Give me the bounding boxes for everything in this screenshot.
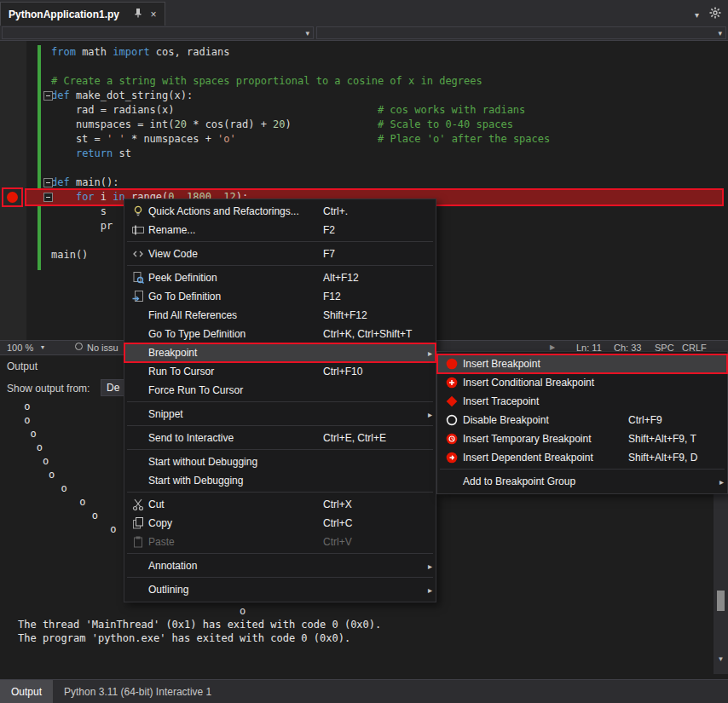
cut-icon (128, 498, 148, 511)
tab-python-interactive[interactable]: Python 3.11 (64-bit) Interactive 1 (53, 680, 222, 703)
menu-item-rename[interactable]: Rename...F2 (124, 221, 436, 239)
code-line[interactable] (26, 60, 722, 74)
pin-icon[interactable] (131, 8, 143, 20)
submenu-arrow-icon: ▸ (422, 562, 432, 571)
menu-item-insert-conditional-breakpoint[interactable]: Insert Conditional Breakpoint (437, 373, 727, 392)
chevron-down-icon[interactable]: ▾ (695, 10, 699, 20)
fold-toggle-icon[interactable] (43, 193, 53, 202)
menu-item-add-to-breakpoint-group[interactable]: Add to Breakpoint Group▸ (437, 472, 727, 491)
paste-icon (128, 535, 148, 549)
menu-item-snippet[interactable]: Snippet▸ (124, 405, 436, 424)
menu-shortcut: Shift+F12 (323, 309, 422, 321)
menu-item-label: Add to Breakpoint Group (463, 475, 628, 487)
scrollbar-thumb[interactable] (717, 591, 725, 611)
menu-item-start-without-debugging[interactable]: Start without Debugging (124, 452, 436, 471)
menu-item-find-all-references[interactable]: Find All ReferencesShift+F12 (124, 306, 436, 325)
menu-item-breakpoint[interactable]: Breakpoint▸ (124, 343, 436, 362)
menu-shortcut: F2 (323, 224, 422, 236)
menu-item-label: Peek Definition (148, 272, 323, 284)
rename-icon (128, 223, 148, 237)
code-line[interactable]: numspaces = int(20 * cos(rad) + 20) # Sc… (26, 118, 722, 132)
menu-item-cut[interactable]: CutCtrl+X (124, 495, 436, 514)
view-code-icon (128, 247, 148, 261)
code-line[interactable]: rad = radians(x) # cos works with radian… (26, 103, 722, 118)
code-line[interactable]: def make_dot_string(x): (26, 89, 722, 103)
menu-item-label: Breakpoint (148, 347, 323, 359)
tracepoint-icon (441, 395, 463, 408)
lightbulb-icon (128, 205, 148, 218)
menu-item-insert-dependent-breakpoint[interactable]: Insert Dependent BreakpointShift+Alt+F9,… (437, 448, 727, 467)
document-tab-bar: PythonApplication1.py × ▾ (0, 0, 728, 26)
code-text: from math import cos, radians (51, 45, 230, 60)
member-dropdown[interactable]: ▾ (316, 26, 726, 39)
menu-separator (127, 425, 433, 426)
menu-item-label: Go To Type Definition (148, 328, 323, 340)
code-line[interactable]: st = ' ' * numspaces + 'o' # Place 'o' a… (26, 132, 722, 147)
project-dropdown[interactable]: ▾ (2, 26, 314, 39)
code-text: main() (51, 248, 88, 262)
menu-item-go-to-definition[interactable]: Go To DefinitionF12 (124, 287, 436, 306)
close-icon[interactable]: × (147, 9, 159, 20)
goto-definition-icon (128, 290, 148, 303)
code-line[interactable]: from math import cos, radians (26, 45, 722, 60)
chevron-down-icon[interactable]: ▾ (41, 343, 44, 353)
no-icon (128, 346, 148, 360)
menu-item-label: Start without Debugging (148, 456, 323, 468)
no-icon (128, 431, 148, 445)
no-icon (128, 308, 148, 322)
menu-item-paste[interactable]: PasteCtrl+V (124, 533, 436, 551)
menu-item-label: Outlining (148, 584, 323, 596)
menu-item-peek-definition[interactable]: Peek DefinitionAlt+F12 (124, 268, 436, 287)
submenu-arrow-icon: ▸ (422, 585, 432, 595)
submenu-arrow-icon: ▸ (422, 349, 432, 358)
menu-shortcut: Shift+Alt+F9, T (628, 433, 714, 445)
menu-separator (127, 265, 433, 266)
menu-item-insert-temporary-breakpoint[interactable]: Insert Temporary BreakpointShift+Alt+F9,… (437, 429, 727, 448)
tab-bar-controls: ▾ (695, 7, 721, 22)
gear-icon[interactable] (709, 7, 721, 22)
breakpoint-icon (441, 357, 463, 371)
menu-item-go-to-type-definition[interactable]: Go To Type DefinitionCtrl+K, Ctrl+Shift+… (124, 325, 436, 343)
fold-toggle-icon[interactable] (43, 91, 53, 101)
menu-item-quick-actions-and-refactorings[interactable]: Quick Actions and Refactorings...Ctrl+. (124, 202, 436, 221)
menu-item-run-to-cursor[interactable]: Run To CursorCtrl+F10 (124, 362, 436, 381)
zoom-level[interactable]: 100 % (7, 343, 33, 353)
menu-item-disable-breakpoint[interactable]: Disable BreakpointCtrl+F9 (437, 411, 727, 429)
menu-shortcut: Alt+F12 (323, 272, 422, 284)
menu-separator (127, 577, 433, 578)
menu-item-copy[interactable]: CopyCtrl+C (124, 514, 436, 533)
tab-pythonapplication1-py[interactable]: PythonApplication1.py × (0, 2, 165, 26)
tab-output[interactable]: Output (0, 680, 53, 703)
menu-item-insert-tracepoint[interactable]: Insert Tracepoint (437, 392, 727, 411)
context-menu: Quick Actions and Refactorings...Ctrl+.R… (124, 199, 436, 602)
no-icon (128, 455, 148, 469)
code-text: return st (51, 147, 131, 161)
menu-item-annotation[interactable]: Annotation▸ (124, 556, 436, 575)
menu-item-insert-breakpoint[interactable]: Insert Breakpoint (437, 354, 727, 373)
fold-toggle-icon[interactable] (43, 178, 53, 187)
code-text: s (51, 205, 107, 219)
code-line[interactable] (26, 161, 722, 176)
scroll-down-icon[interactable]: ▼ (714, 655, 728, 663)
menu-shortcut: Ctrl+. (323, 205, 422, 217)
menu-shortcut: F12 (323, 291, 422, 303)
menu-separator (127, 401, 433, 402)
breakpoint-submenu: Insert BreakpointInsert Conditional Brea… (436, 351, 728, 494)
code-text: rad = radians(x) # cos works with radian… (51, 103, 525, 118)
issues-status[interactable]: No issu (87, 343, 118, 353)
code-line[interactable]: def main(): (26, 176, 722, 190)
menu-item-label: Insert Temporary Breakpoint (463, 433, 628, 445)
menu-item-send-to-interactive[interactable]: Send to InteractiveCtrl+E, Ctrl+E (124, 429, 436, 447)
menu-separator (127, 553, 433, 554)
chevron-down-icon: ▾ (718, 28, 722, 38)
menu-item-start-with-debugging[interactable]: Start with Debugging (124, 471, 436, 490)
no-icon (128, 383, 148, 397)
no-icon (128, 583, 148, 596)
menu-item-outlining[interactable]: Outlining▸ (124, 580, 436, 599)
menu-item-label: Start with Debugging (148, 475, 323, 487)
code-line[interactable]: # Create a string with spaces proportion… (26, 74, 722, 89)
menu-item-view-code[interactable]: View CodeF7 (124, 245, 436, 263)
menu-item-force-run-to-cursor[interactable]: Force Run To Cursor (124, 381, 436, 400)
submenu-arrow-icon: ▸ (714, 477, 724, 487)
code-line[interactable]: return st (26, 147, 722, 161)
